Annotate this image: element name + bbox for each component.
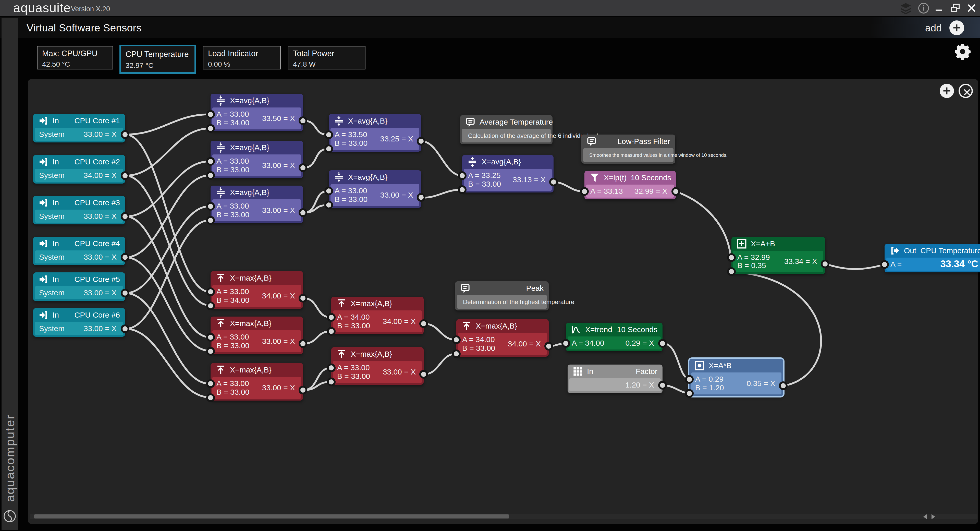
input-port-b[interactable] <box>685 389 694 398</box>
grid-icon <box>573 366 583 376</box>
layers-icon[interactable] <box>899 2 913 15</box>
input-port-b[interactable] <box>206 394 215 402</box>
tab-cpu-temperature[interactable]: CPU Temperature 32.97 °C <box>119 45 196 74</box>
node-input-cpu-core-1[interactable]: InCPU Core #1 System33.00 = X <box>33 114 125 142</box>
add-sensor-button[interactable] <box>950 21 964 35</box>
input-port-b[interactable] <box>206 216 215 225</box>
node-max-5[interactable]: X=max{A,B} A = 33.00B = 33.0033.00 = X <box>331 347 424 385</box>
scroll-left-icon[interactable] <box>923 514 927 519</box>
node-input-factor[interactable]: InFactor 1.20 = X <box>568 365 662 393</box>
output-port[interactable] <box>821 260 829 268</box>
output-port[interactable] <box>417 193 425 202</box>
settings-gear-icon[interactable] <box>953 42 972 61</box>
restore-button[interactable] <box>948 2 962 15</box>
output-port[interactable] <box>121 171 129 180</box>
node-max-2[interactable]: X=max{A,B} A = 33.00B = 33.0033.00 = X <box>210 317 303 354</box>
output-port[interactable] <box>419 370 428 379</box>
scrollbar-thumb[interactable] <box>34 514 509 518</box>
node-max-3[interactable]: X=max{A,B} A = 33.00B = 33.0033.00 = X <box>210 363 303 400</box>
add-node-button[interactable] <box>940 84 954 98</box>
input-port-b[interactable] <box>727 267 736 276</box>
output-port[interactable] <box>121 212 129 221</box>
node-input-cpu-core-4[interactable]: InCPU Core #4 System33.00 = X <box>33 237 125 265</box>
input-port-a[interactable] <box>206 157 215 166</box>
node-comment-average-temperature[interactable]: Average Temperature Calculation of the a… <box>460 115 552 144</box>
close-editor-button[interactable] <box>959 84 973 98</box>
input-port-a[interactable] <box>206 202 215 210</box>
input-port-a[interactable] <box>206 380 215 388</box>
output-port[interactable] <box>779 381 788 390</box>
node-add[interactable]: X=A+B A = 32.99B = 0.3533.34 = X <box>732 237 825 274</box>
output-port[interactable] <box>121 289 129 297</box>
output-port[interactable] <box>658 339 667 348</box>
input-port-a[interactable] <box>580 187 589 196</box>
input-port-a[interactable] <box>325 131 333 139</box>
node-avg-5[interactable]: X=avg{A,B} A = 33.00B = 33.0033.00 = X <box>329 170 421 208</box>
node-avg-1[interactable]: X=avg{A,B} A = 33.00B = 34.0033.50 = X <box>210 94 303 131</box>
input-port-a[interactable] <box>452 335 461 344</box>
node-comment-low-pass-filter[interactable]: Low-Pass Filter Smoothes the measured va… <box>581 134 675 164</box>
node-max-4[interactable]: X=max{A,B} A = 34.00B = 33.0034.00 = X <box>331 297 424 334</box>
tab-total-power[interactable]: Total Power 47.8 W <box>288 46 366 69</box>
input-port-a[interactable] <box>206 287 215 296</box>
node-low-pass[interactable]: X=lp(t)10 Seconds A = 33.1332.99 = X <box>584 171 676 199</box>
minimize-button[interactable] <box>932 2 946 15</box>
output-port[interactable] <box>417 137 425 145</box>
node-avg-final[interactable]: X=avg{A,B} A = 33.25B = 33.0033.13 = X <box>462 155 554 193</box>
output-port[interactable] <box>299 386 307 394</box>
input-port-a[interactable] <box>458 171 466 180</box>
input-port-a[interactable] <box>325 187 333 195</box>
input-port-a[interactable] <box>727 253 736 262</box>
input-port-a[interactable] <box>327 313 336 322</box>
node-input-cpu-core-3[interactable]: InCPU Core #3 System33.00 = X <box>33 196 125 225</box>
output-port[interactable] <box>549 178 558 187</box>
input-port-a[interactable] <box>206 110 215 119</box>
node-max-final[interactable]: X=max{A,B} A = 34.00B = 33.0034.00 = X <box>456 319 549 357</box>
input-port-b[interactable] <box>206 347 215 356</box>
output-port[interactable] <box>299 294 307 303</box>
output-port[interactable] <box>544 342 553 351</box>
node-output-cpu-temperature[interactable]: OutCPU Temperature A =33.34 °C <box>885 244 980 273</box>
scroll-right-icon[interactable] <box>932 514 935 519</box>
input-port-b[interactable] <box>206 124 215 133</box>
horizontal-scrollbar[interactable] <box>30 513 977 519</box>
input-port-a[interactable] <box>327 364 336 372</box>
output-port[interactable] <box>299 116 307 125</box>
input-port-b[interactable] <box>206 171 215 180</box>
output-port[interactable] <box>299 163 307 172</box>
output-port[interactable] <box>299 339 307 348</box>
info-icon[interactable] <box>917 2 931 15</box>
node-avg-2[interactable]: X=avg{A,B} A = 33.00B = 33.0033.00 = X <box>210 141 303 178</box>
input-port-b[interactable] <box>327 327 336 336</box>
output-port[interactable] <box>658 381 667 389</box>
tab-load-indicator[interactable]: Load Indicator 0.00 % <box>203 46 281 69</box>
add-label[interactable]: add <box>925 22 942 34</box>
node-avg-3[interactable]: X=avg{A,B} A = 33.00B = 33.0033.00 = X <box>210 186 303 223</box>
output-port[interactable] <box>419 319 428 328</box>
close-button[interactable] <box>965 2 978 15</box>
output-port[interactable] <box>121 253 129 262</box>
input-port-b[interactable] <box>325 145 333 153</box>
input-port-a[interactable] <box>206 333 215 341</box>
input-port-a[interactable] <box>685 375 694 384</box>
input-port-a[interactable] <box>880 260 889 269</box>
output-port[interactable] <box>671 187 680 196</box>
input-port-b[interactable] <box>325 201 333 209</box>
input-port-b[interactable] <box>327 378 336 386</box>
node-comment-peak[interactable]: Peak Determination of the highest temper… <box>455 281 549 311</box>
node-multiply[interactable]: X=A*B A = 0.29B = 1.200.35 = X <box>689 359 783 396</box>
output-port[interactable] <box>121 324 129 333</box>
node-max-1[interactable]: X=max{A,B} A = 33.00B = 34.0034.00 = X <box>210 271 303 309</box>
input-port-b[interactable] <box>452 349 461 358</box>
input-port-a[interactable] <box>562 339 570 348</box>
tab-max-cpu-gpu[interactable]: Max: CPU/GPU 42.50 °C <box>37 46 113 69</box>
node-avg-4[interactable]: X=avg{A,B} A = 33.50B = 33.0033.25 = X <box>329 114 421 151</box>
input-port-b[interactable] <box>206 301 215 310</box>
node-input-cpu-core-2[interactable]: InCPU Core #2 System34.00 = X <box>33 155 125 183</box>
output-port[interactable] <box>299 208 307 217</box>
node-input-cpu-core-6[interactable]: InCPU Core #6 System33.00 = X <box>33 308 125 337</box>
output-port[interactable] <box>121 130 129 139</box>
node-input-cpu-core-5[interactable]: InCPU Core #5 System33.00 = X <box>33 273 125 301</box>
input-port-b[interactable] <box>458 185 466 194</box>
node-trend[interactable]: X=trend10 Seconds A = 34.000.29 = X <box>566 323 662 351</box>
